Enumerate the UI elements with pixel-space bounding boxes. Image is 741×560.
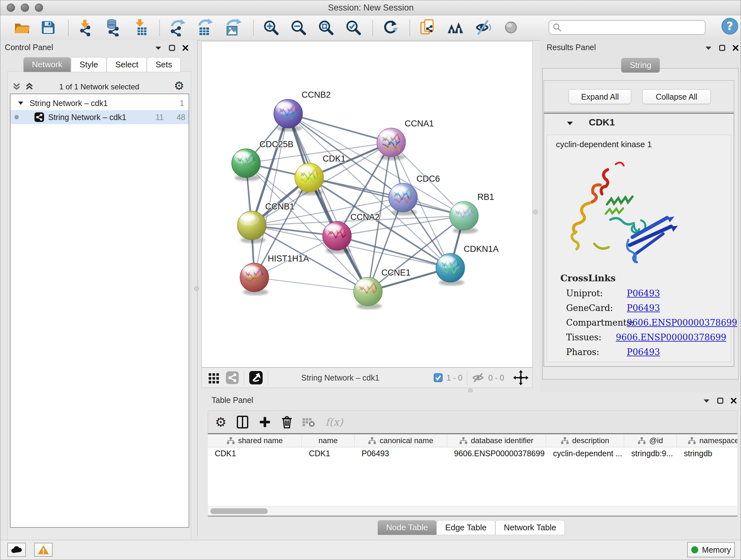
collapse-panel-icon[interactable]	[155, 45, 162, 51]
export-table-button[interactable]	[196, 18, 213, 37]
tab-node-table[interactable]: Node Table	[378, 520, 436, 535]
crosslink-value-link[interactable]: P06493	[627, 288, 660, 298]
network-node-CDC6[interactable]	[389, 183, 417, 215]
clear-table-icon[interactable]	[302, 416, 316, 428]
float-panel-icon[interactable]	[169, 45, 175, 51]
close-panel-icon[interactable]	[182, 45, 189, 51]
zoom-out-button[interactable]	[289, 18, 307, 37]
import-network-file-button[interactable]	[77, 18, 95, 37]
crosslink-value-link[interactable]: P06493	[627, 347, 660, 357]
column-header-namespace[interactable]: namespace	[677, 434, 738, 447]
import-network-from-database-button[interactable]	[104, 18, 122, 37]
column-header-@id[interactable]: @id	[624, 434, 677, 447]
network-row-selected[interactable]: String Network – cdk1 11 48	[10, 110, 189, 124]
crosslink-value-link[interactable]: 9606.ENSP00000378699	[627, 318, 737, 327]
hide-selected-button[interactable]	[475, 18, 492, 37]
column-header-database-identifier[interactable]: database identifier	[447, 434, 546, 447]
refresh-button[interactable]	[381, 18, 399, 37]
selected-checkbox-icon[interactable]	[434, 373, 443, 382]
network-node-CCNB1[interactable]	[238, 211, 266, 243]
network-graph[interactable]: CCNB2CCNA1CDC25BCDK1CDC6RB1CCNB1CCNA2CDK…	[201, 41, 533, 368]
float-panel-icon[interactable]	[719, 45, 725, 51]
column-header-description[interactable]: description	[546, 434, 624, 447]
column-header-shared-name[interactable]: shared name	[208, 434, 302, 447]
collapse-panel-icon[interactable]	[703, 398, 710, 403]
control-panel-title: Control Panel	[5, 43, 53, 52]
tab-select[interactable]: Select	[107, 57, 147, 72]
close-panel-icon[interactable]	[731, 397, 737, 404]
network-node-CDKN1A[interactable]	[436, 253, 465, 286]
network-options-gear-icon[interactable]: ⚙	[174, 79, 184, 92]
network-node-CCNB2[interactable]	[274, 99, 302, 132]
left-splitter-grip[interactable]	[194, 287, 199, 291]
network-node-CDK1[interactable]	[295, 163, 324, 195]
network-node-CDC25B[interactable]	[232, 149, 260, 181]
export-network-button[interactable]	[168, 18, 186, 37]
scrollbar-thumb[interactable]	[210, 508, 268, 514]
horizontal-scrollbar[interactable]	[208, 506, 738, 516]
collapse-all-networks-icon[interactable]	[12, 82, 21, 91]
search-input[interactable]	[562, 23, 697, 32]
tab-style[interactable]: Style	[71, 57, 107, 72]
crosslink-value-link[interactable]: P06493	[627, 303, 660, 313]
network-edge[interactable]	[254, 277, 368, 292]
zoom-selected-button[interactable]	[344, 18, 362, 37]
cloud-status-button[interactable]	[7, 543, 26, 557]
hidden-eye-icon[interactable]	[472, 373, 484, 383]
search-field[interactable]	[549, 20, 705, 35]
float-panel-icon[interactable]	[717, 397, 724, 404]
tab-string[interactable]: String	[621, 58, 660, 73]
network-edge[interactable]	[254, 114, 288, 277]
network-edge[interactable]	[309, 178, 464, 216]
view-mode-icon[interactable]	[225, 371, 239, 385]
collapse-panel-icon[interactable]	[705, 45, 712, 51]
network-collection-row[interactable]: String Network – cdk1 1	[10, 96, 189, 110]
export-image-button[interactable]	[224, 18, 242, 37]
grid-view-icon[interactable]	[207, 371, 220, 384]
tab-edge-table[interactable]: Edge Table	[436, 520, 495, 535]
collection-expand-icon[interactable]	[17, 101, 24, 106]
table-cell[interactable]: CDK1	[302, 449, 354, 458]
memory-button[interactable]: Memory	[687, 542, 735, 557]
save-session-button[interactable]	[39, 18, 57, 37]
birds-eye-view-icon[interactable]	[513, 369, 529, 386]
delete-column-icon[interactable]	[281, 415, 293, 429]
add-column-icon[interactable]	[259, 416, 271, 428]
show-all-button[interactable]	[502, 18, 520, 37]
table-cell[interactable]: P06493	[354, 449, 447, 458]
expand-all-networks-icon[interactable]	[24, 82, 34, 91]
table-cell[interactable]: CDK1	[208, 449, 302, 458]
show-columns-icon[interactable]	[236, 415, 249, 429]
clone-network-button[interactable]	[418, 18, 436, 37]
close-panel-icon[interactable]	[732, 45, 739, 51]
zoom-in-button[interactable]	[262, 18, 280, 37]
table-cell[interactable]: stringdb:9...	[624, 449, 677, 458]
tab-network[interactable]: Network	[23, 57, 71, 72]
first-neighbors-button[interactable]	[447, 18, 464, 37]
right-splitter-grip[interactable]	[533, 210, 538, 214]
table-row[interactable]: CDK1CDK1P064939606.ENSP00000378699cyclin…	[208, 447, 738, 459]
table-cell[interactable]: cyclin-dependent ...	[546, 449, 624, 458]
help-button[interactable]: ?	[721, 17, 739, 35]
zoom-fit-button[interactable]	[317, 18, 335, 37]
column-header-name[interactable]: name	[302, 434, 354, 447]
table-cell[interactable]: stringdb	[677, 449, 738, 458]
network-node-CCNE1[interactable]	[354, 277, 382, 309]
tab-sets[interactable]: Sets	[147, 57, 181, 72]
section-collapse-icon[interactable]	[566, 121, 574, 126]
crosslink-value-link[interactable]: 9606.ENSP00000378699	[616, 332, 726, 342]
warnings-button[interactable]	[34, 543, 53, 557]
expand-all-button[interactable]: Expand All	[569, 89, 631, 104]
open-view-in-window-icon[interactable]	[249, 370, 263, 385]
network-node-RB1[interactable]	[450, 201, 478, 234]
import-table-button[interactable]	[132, 18, 150, 37]
network-node-HIST1H1A[interactable]	[240, 263, 269, 295]
collapse-all-button[interactable]: Collapse All	[643, 89, 711, 104]
tab-network-table[interactable]: Network Table	[495, 520, 565, 535]
network-node-CCNA1[interactable]	[377, 128, 406, 160]
protein-structure-image	[556, 154, 684, 268]
open-session-button[interactable]	[13, 18, 31, 37]
table-cell[interactable]: 9606.ENSP00000378699	[447, 449, 546, 458]
column-header-canonical-name[interactable]: canonical name	[354, 434, 447, 447]
table-settings-gear-icon[interactable]: ⚙	[215, 415, 226, 429]
